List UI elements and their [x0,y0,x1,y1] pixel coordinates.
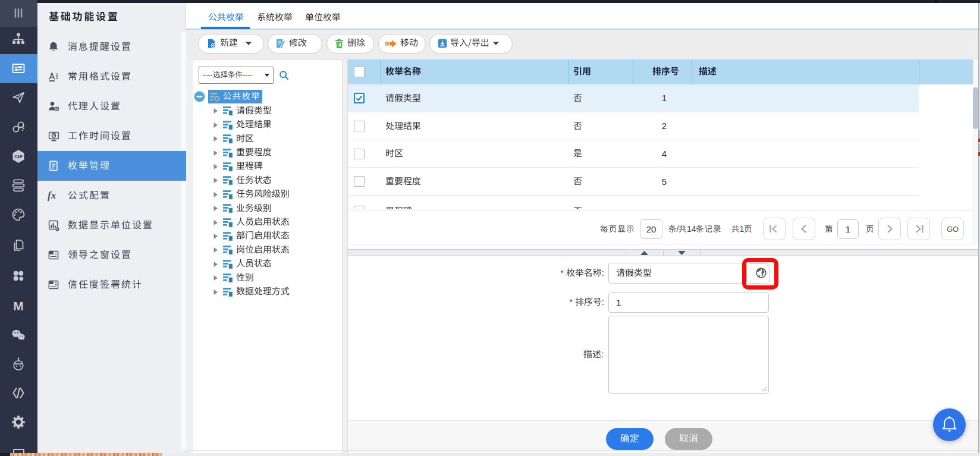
svg-text:CAP: CAP [14,155,23,159]
